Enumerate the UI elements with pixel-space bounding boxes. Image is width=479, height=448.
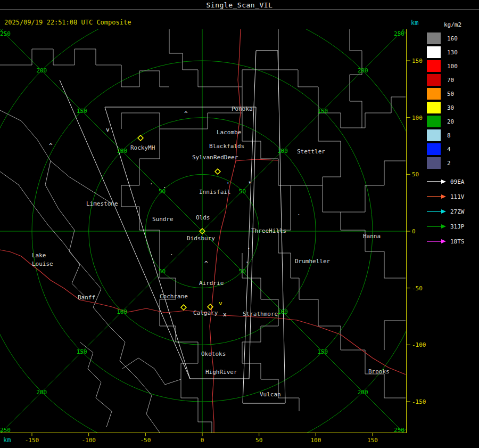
highway xyxy=(213,315,406,374)
right-axis-tick-label: -50 xyxy=(412,285,423,292)
legend-color-swatch xyxy=(427,102,441,113)
ring-range-label: 100 xyxy=(117,148,127,154)
legend-value-label: 20 xyxy=(447,118,454,125)
storm-marker: * xyxy=(248,180,252,187)
county-boundary xyxy=(318,113,406,278)
bottom-axis-tick-label: 150 xyxy=(367,437,378,444)
ring-range-label: 200 xyxy=(358,67,368,74)
storm-marker: x xyxy=(223,311,227,318)
radar-map[interactable]: 5050505010010010010015015015015020020020… xyxy=(0,0,479,448)
legend-color-swatch xyxy=(427,46,441,58)
county-boundary xyxy=(51,161,112,203)
legend-value-label: 100 xyxy=(447,63,458,70)
legend-value-label: 160 xyxy=(447,35,458,42)
ring-range-label: 200 xyxy=(358,389,368,396)
radar-id-label: 18TS xyxy=(450,238,465,245)
ring-range-label: 150 xyxy=(77,108,87,115)
radar-display[interactable]: 5050505010010010010015015015015020020020… xyxy=(0,0,479,448)
highway xyxy=(0,250,208,313)
county-boundary xyxy=(0,110,160,433)
county-boundary xyxy=(169,29,278,87)
legend-panel: kg/m2 16013010070503020842 09EA111V27ZW3… xyxy=(427,21,478,249)
ring-range-label: 200 xyxy=(36,389,47,396)
county-boundary xyxy=(242,113,299,299)
range-ring xyxy=(0,0,479,448)
city-label: Stettler xyxy=(297,148,325,155)
storm-marker: ^ xyxy=(49,142,53,149)
radar-legend-entry: 18TS xyxy=(427,234,478,249)
county-boundary xyxy=(181,379,212,433)
city-label: Hanna xyxy=(363,233,381,240)
right-axis-tick-label: -150 xyxy=(412,398,426,405)
city-label: Brooks xyxy=(368,368,390,375)
ring-range-label: 100 xyxy=(117,308,127,315)
ring-range-label: 200 xyxy=(36,67,47,74)
radar-legend-entry: 27ZW xyxy=(427,204,478,219)
legend-entry: 8 xyxy=(427,128,478,142)
ring-range-label: 150 xyxy=(317,348,328,355)
city-label: Didsbury xyxy=(187,235,215,242)
right-axis-tick-label: 100 xyxy=(412,115,423,121)
bottom-axis-tick-label: 50 xyxy=(255,437,262,444)
legend-entry: 130 xyxy=(427,45,478,59)
city-label: Lake xyxy=(32,252,46,259)
legend-entry: 100 xyxy=(427,59,478,73)
legend-color-swatch xyxy=(427,143,441,155)
city-label: RedDeer xyxy=(213,154,238,161)
azimuth-spoke xyxy=(0,0,202,231)
radar-id-legend: 09EA111V27ZW31JP18TS xyxy=(427,174,478,249)
ring-range-label: 100 xyxy=(277,308,288,315)
ring-range-label: 250 xyxy=(0,30,11,37)
legend-unit-label: kg/m2 xyxy=(444,21,478,28)
storm-marker: ^ xyxy=(204,260,208,267)
city-label: Olds xyxy=(196,214,210,221)
city-label: Sundre xyxy=(152,216,174,223)
storm-marker: · xyxy=(163,184,167,191)
county-boundary xyxy=(341,161,406,212)
legend-value-label: 2 xyxy=(447,160,451,167)
county-boundary xyxy=(121,87,242,129)
legend-entry: 50 xyxy=(427,87,478,101)
county-boundary xyxy=(0,49,169,87)
ring-range-label: 150 xyxy=(317,108,328,115)
legend-value-label: 70 xyxy=(447,77,454,84)
city-label: Banff xyxy=(78,294,95,301)
scan-sector-outline xyxy=(60,80,190,379)
radar-arrow-icon xyxy=(427,209,446,214)
right-axis-tick-label: 150 xyxy=(412,58,423,64)
legend-value-label: 8 xyxy=(447,132,451,139)
ring-range-label: 50 xyxy=(239,188,246,195)
legend-color-swatch xyxy=(427,88,441,100)
bottom-axis-tick-label: -100 xyxy=(81,437,96,444)
city-label: Ponoka xyxy=(232,105,253,112)
storm-marker: · xyxy=(150,181,153,188)
ring-range-label: 150 xyxy=(77,348,87,355)
ring-range-label: 100 xyxy=(277,148,288,154)
city-label: Airdrie xyxy=(199,280,224,287)
radar-legend-entry: 31JP xyxy=(427,219,478,234)
radar-id-label: 111V xyxy=(450,193,465,200)
county-boundary xyxy=(299,299,406,398)
storm-marker: · xyxy=(297,211,301,218)
city-label: Lacombe xyxy=(217,129,241,136)
legend-value-label: 30 xyxy=(447,104,454,111)
right-axis-tick-label: -100 xyxy=(412,341,426,348)
city-label: Sylvan xyxy=(192,154,213,161)
county-boundary xyxy=(384,321,406,350)
county-boundary xyxy=(350,29,362,128)
legend-value-label: 4 xyxy=(447,146,451,153)
city-label: HighRiver xyxy=(205,369,237,376)
legend-value-label: 50 xyxy=(447,91,454,97)
storm-marker: · xyxy=(247,245,251,252)
legend-color-swatch xyxy=(427,60,441,72)
storm-marker: ' xyxy=(226,181,230,188)
legend-entry: 4 xyxy=(427,142,478,156)
city-label: Okotoks xyxy=(201,351,226,357)
highway xyxy=(236,159,278,161)
city-label: Blackfalds xyxy=(209,143,244,150)
legend-entry: 20 xyxy=(427,115,478,128)
scan-sector-outline xyxy=(243,51,285,403)
storm-marker: · xyxy=(170,251,174,258)
legend-color-swatch xyxy=(427,74,441,86)
legend-color-swatch xyxy=(427,32,441,44)
